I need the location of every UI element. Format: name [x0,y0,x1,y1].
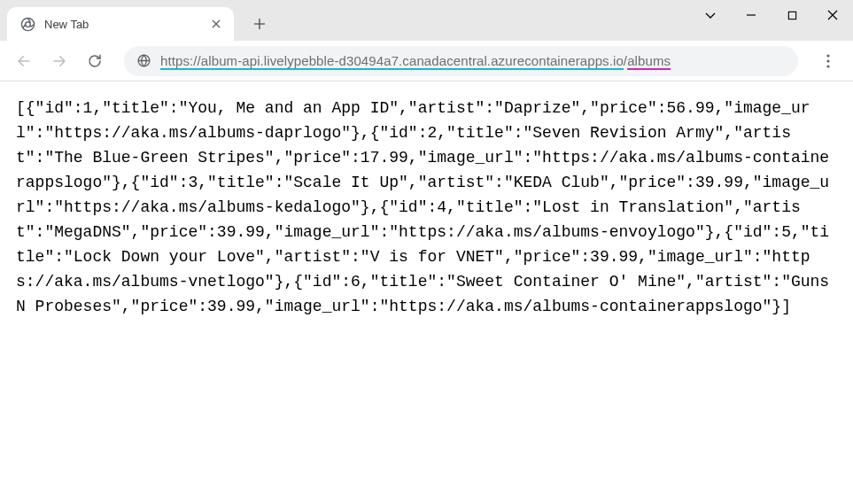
chrome-favicon-icon [19,16,35,32]
toolbar: https://album-api.livelypebble-d30494a7.… [0,41,853,81]
reload-button[interactable] [80,46,110,76]
back-button[interactable] [9,46,39,76]
svg-point-0 [21,18,34,30]
close-tab-button[interactable] [209,17,223,31]
globe-icon[interactable] [136,53,151,68]
kebab-menu-button[interactable] [812,45,844,77]
svg-point-4 [826,54,829,57]
caret-down-icon[interactable] [690,0,731,30]
minimize-button[interactable] [731,0,772,30]
svg-point-1 [25,21,30,27]
close-window-button[interactable] [812,0,853,30]
window-controls [690,0,853,30]
browser-tab[interactable]: New Tab [7,7,234,41]
svg-rect-2 [788,12,795,19]
url-path: albums [627,53,671,68]
titlebar: New Tab [0,0,853,41]
svg-point-5 [826,59,829,62]
svg-point-6 [826,65,829,67]
maximize-button[interactable] [772,0,812,30]
url-host: https://album-api.livelypebble-d30494a7.… [160,53,624,68]
address-bar[interactable]: https://album-api.livelypebble-d30494a7.… [124,46,798,76]
url-display: https://album-api.livelypebble-d30494a7.… [160,53,671,68]
new-tab-button[interactable] [246,11,273,37]
response-body[interactable]: [{"id":1,"title":"You, Me and an App ID"… [0,81,853,504]
forward-button[interactable] [44,46,74,76]
tab-title: New Tab [44,18,200,31]
